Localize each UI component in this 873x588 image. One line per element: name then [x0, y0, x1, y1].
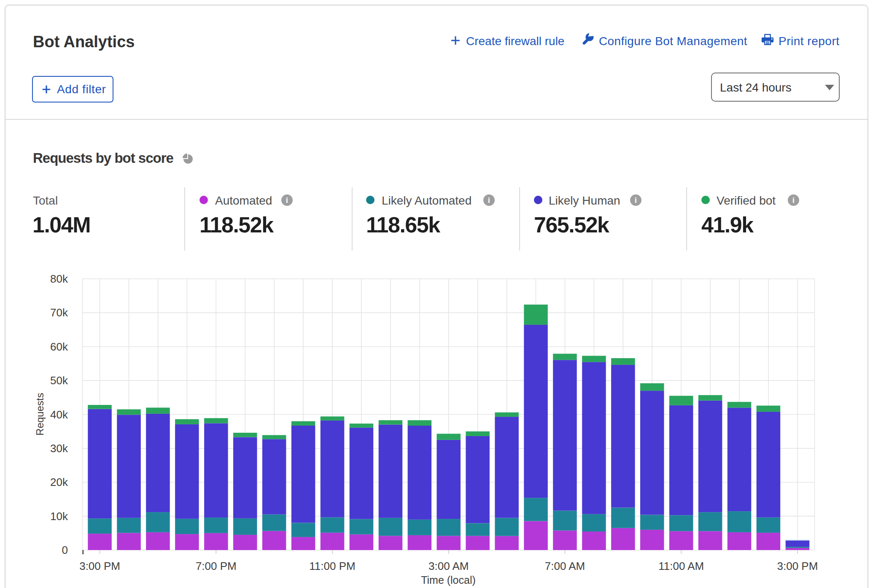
svg-text:30k: 30k [50, 442, 68, 455]
svg-text:7:00 AM: 7:00 AM [545, 560, 585, 572]
svg-text:3:00 AM: 3:00 AM [428, 560, 469, 572]
svg-text:40k: 40k [50, 408, 68, 421]
svg-text:11:00 AM: 11:00 AM [658, 560, 704, 572]
svg-text:11:00 PM: 11:00 PM [309, 560, 355, 572]
svg-text:Requests: Requests [34, 393, 46, 435]
svg-text:60k: 60k [50, 340, 68, 353]
svg-text:3:00 PM: 3:00 PM [79, 560, 120, 572]
svg-text:7:00 PM: 7:00 PM [196, 560, 237, 572]
svg-text:70k: 70k [50, 306, 68, 319]
svg-text:10k: 10k [50, 510, 68, 523]
svg-text:50k: 50k [50, 374, 68, 387]
svg-text:80k: 80k [50, 272, 68, 285]
svg-text:Time (local): Time (local) [421, 574, 476, 586]
svg-text:0: 0 [62, 544, 68, 556]
svg-text:20k: 20k [50, 476, 68, 488]
svg-text:3:00 PM: 3:00 PM [777, 560, 818, 572]
